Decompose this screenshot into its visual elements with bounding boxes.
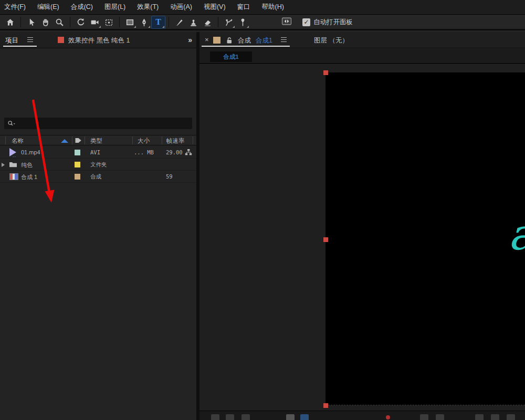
composition-icon: [9, 173, 18, 180]
item-framerate: 59: [166, 173, 173, 180]
layer-handle-top-left[interactable]: [323, 70, 328, 75]
item-type: AVI: [90, 149, 100, 155]
shape-tool-icon[interactable]: [123, 16, 137, 29]
viewer-option-icon[interactable]: [211, 414, 219, 420]
menu-composition[interactable]: 合成(C): [71, 3, 93, 12]
sort-arrow-icon[interactable]: [61, 139, 68, 143]
network-icon: [185, 149, 192, 157]
brush-tool-icon[interactable]: [172, 16, 186, 29]
tab-project[interactable]: 项目: [5, 36, 18, 45]
tool-flyout-indicator: [233, 26, 235, 28]
column-separator: [193, 136, 193, 144]
active-tab-underline: [202, 46, 290, 47]
item-name: 合成 1: [21, 173, 37, 181]
column-header-name[interactable]: 名称: [12, 137, 24, 145]
toolbar-separator: [70, 17, 70, 27]
item-name: 01.mp4: [21, 149, 40, 155]
panel-menu-icon[interactable]: [281, 37, 287, 42]
menu-effect[interactable]: 效果(T): [137, 3, 159, 12]
active-tab-underline: [3, 46, 37, 47]
column-header-type[interactable]: 类型: [90, 137, 102, 145]
column-separator: [5, 136, 6, 144]
viewer-option-icon[interactable]: [507, 414, 515, 420]
project-search-box[interactable]: [4, 118, 192, 129]
toolbar-separator: [218, 17, 218, 27]
workspace-panel-icon[interactable]: [281, 17, 292, 28]
tool-flyout-indicator: [162, 26, 164, 28]
comp-label-swatch: [213, 37, 220, 44]
roto-brush-tool-icon[interactable]: [222, 16, 236, 29]
composition-tab-bar: × 合成 合成1 图层 （无）: [200, 32, 525, 48]
auto-open-panels-label: 自动打开面板: [313, 18, 353, 27]
pen-tool-icon[interactable]: [137, 16, 151, 29]
tab-composition-prefix[interactable]: 合成: [238, 36, 251, 45]
search-input[interactable]: [18, 120, 175, 127]
menu-animation[interactable]: 动画(A): [170, 3, 192, 12]
toolbar-right-group: ✓ 自动打开面板: [281, 17, 353, 28]
tab-effect-controls[interactable]: 效果控件 黑色 纯色 1: [68, 36, 130, 45]
comp-canvas[interactable]: [326, 72, 525, 405]
label-swatch[interactable]: [75, 162, 80, 167]
folder-icon: [9, 161, 17, 169]
lock-icon[interactable]: [226, 37, 233, 46]
table-row-footage[interactable]: .. 01.mp4 AVI ... MB 29.00: [0, 146, 196, 159]
tag-icon[interactable]: [75, 137, 82, 145]
menu-view[interactable]: 视图(V): [204, 3, 226, 12]
viewer-option-icon[interactable]: [286, 414, 295, 420]
comp-subtab[interactable]: 合成1: [210, 51, 252, 62]
home-icon[interactable]: [3, 16, 17, 29]
type-tool-letter: T: [155, 17, 161, 27]
menu-file[interactable]: 文件(F): [4, 3, 26, 12]
puppet-pin-tool-icon[interactable]: [236, 16, 250, 29]
close-icon[interactable]: ×: [205, 36, 209, 44]
tool-flyout-indicator: [247, 26, 249, 28]
column-header-size[interactable]: 大小: [138, 137, 150, 145]
panel-overflow-icon[interactable]: »: [188, 36, 192, 44]
viewer-option-icon[interactable]: [242, 414, 250, 420]
viewer-option-icon[interactable]: [475, 414, 484, 420]
menu-layer[interactable]: 图层(L): [104, 3, 125, 12]
viewer-option-icon[interactable]: [420, 414, 428, 420]
viewer-option-icon[interactable]: [226, 414, 234, 420]
viewer-option-icon[interactable]: [491, 414, 499, 420]
zoom-tool-icon[interactable]: [52, 16, 67, 29]
toolbar-separator: [119, 17, 120, 27]
tab-layer[interactable]: 图层 （无）: [314, 36, 349, 45]
composition-viewer[interactable]: a: [200, 65, 525, 411]
table-row-folder[interactable]: 纯色 文件夹: [0, 159, 196, 171]
hand-tool-icon[interactable]: [38, 16, 52, 29]
viewer-option-icon[interactable]: [300, 414, 309, 420]
menu-help[interactable]: 帮助(H): [262, 3, 284, 12]
menu-bar: 文件(F) 编辑(E) 合成(C) 图层(L) 效果(T) 动画(A) 视图(V…: [0, 0, 525, 15]
project-panel: 项目 效果控件 黑色 纯色 1 » 名称 类型 大小: [0, 32, 196, 420]
layer-handle-bottom-left[interactable]: [323, 403, 328, 408]
label-swatch[interactable]: [75, 174, 80, 180]
composition-panel: × 合成 合成1 图层 （无） 合成1 a: [200, 32, 525, 420]
item-type: 合成: [90, 173, 101, 181]
auto-open-panels-checkbox[interactable]: ✓: [302, 18, 310, 26]
pan-behind-tool-icon[interactable]: [102, 16, 116, 29]
channel-indicator-icon[interactable]: [386, 415, 390, 419]
toolbar-separator: [20, 17, 21, 27]
clone-stamp-tool-icon[interactable]: [186, 16, 201, 29]
layer-handle-mid-left[interactable]: [323, 237, 328, 242]
type-tool-icon[interactable]: T: [151, 16, 165, 29]
expander-chevron-icon[interactable]: [2, 163, 5, 167]
menu-window[interactable]: 窗口: [237, 3, 250, 12]
label-swatch[interactable]: [75, 150, 80, 155]
comp-bottom-toolbar: [200, 411, 525, 420]
panel-menu-icon[interactable]: [27, 37, 33, 42]
column-separator: [162, 136, 162, 144]
eraser-tool-icon[interactable]: [201, 16, 215, 29]
viewer-option-icon[interactable]: [436, 414, 444, 420]
rotate-tool-icon[interactable]: [74, 16, 88, 29]
column-header-framerate[interactable]: 帧速率: [166, 137, 185, 145]
menu-edit[interactable]: 编辑(E): [37, 3, 59, 12]
search-icon: [7, 120, 16, 127]
tool-flyout-indicator: [134, 26, 136, 28]
selection-tool-icon[interactable]: [24, 16, 38, 29]
camera-tool-icon[interactable]: [88, 16, 102, 29]
table-row-composition[interactable]: 合成 1 合成 59: [0, 171, 196, 183]
after-effects-window: 文件(F) 编辑(E) 合成(C) 图层(L) 效果(T) 动画(A) 视图(V…: [0, 0, 525, 420]
tab-composition-name[interactable]: 合成1: [256, 36, 272, 45]
